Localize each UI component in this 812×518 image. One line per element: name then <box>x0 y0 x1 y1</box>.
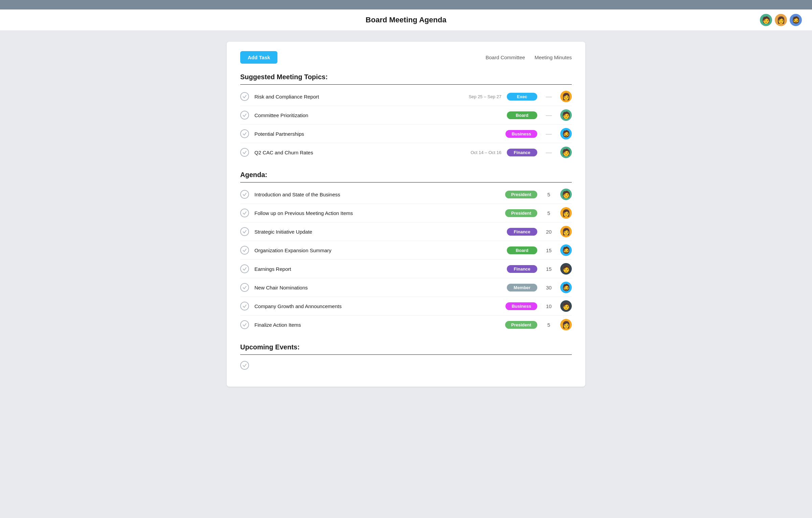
task-tag: President <box>505 209 537 217</box>
check-icon-a8[interactable] <box>240 320 249 329</box>
avatar-3: 🧔 <box>789 13 803 27</box>
task-duration: 20 <box>543 229 555 235</box>
check-icon-a3[interactable] <box>240 227 249 236</box>
task-name: Earnings Report <box>254 266 501 272</box>
task-name: Potential Partnerships <box>254 131 447 137</box>
task-duration: 15 <box>543 266 555 272</box>
agenda-section: Agenda: Introduction and State of the Bu… <box>240 171 572 334</box>
task-name: Introduction and State of the Business <box>254 192 500 197</box>
task-tag: Finance <box>507 149 537 156</box>
task-date: Sep 25 – Sep 27 <box>454 94 501 99</box>
task-duration: 15 <box>543 247 555 253</box>
suggested-title: Suggested Meeting Topics: <box>240 73 572 81</box>
header-avatars: 🧑 👩 🧔 <box>759 13 803 27</box>
upcoming-section: Upcoming Events: <box>240 343 572 373</box>
table-row: New Chair Nominations Member 30 🧔 <box>240 278 572 297</box>
task-name: Follow up on Previous Meeting Action Ite… <box>254 210 500 216</box>
table-row: Introduction and State of the Business P… <box>240 185 572 204</box>
check-icon-a1[interactable] <box>240 190 249 199</box>
upcoming-divider <box>240 354 572 355</box>
task-duration: 10 <box>543 303 555 309</box>
task-name: Q2 CAC and Churn Rates <box>254 150 449 155</box>
check-icon-3[interactable] <box>240 129 249 138</box>
task-date: Oct 14 – Oct 16 <box>454 150 501 155</box>
task-duration: 5 <box>543 210 555 216</box>
main-content: Add Task Board Committee Meeting Minutes… <box>227 42 585 387</box>
avatar: 👩 <box>560 207 572 219</box>
check-icon-1[interactable] <box>240 92 249 101</box>
task-tag: President <box>505 321 537 329</box>
avatar-2: 👩 <box>774 13 788 27</box>
toolbar-links: Board Committee Meeting Minutes <box>486 55 572 60</box>
suggested-section: Suggested Meeting Topics: Risk and Compl… <box>240 73 572 161</box>
avatar: 🧑 <box>560 263 572 275</box>
task-name: Committee Prioritization <box>254 112 449 118</box>
task-name: Organization Expansion Summary <box>254 247 501 253</box>
table-row: Committee Prioritization Board — 🧑 <box>240 106 572 125</box>
task-name: Finalize Action Items <box>254 322 500 328</box>
check-icon-a4[interactable] <box>240 246 249 255</box>
task-tag: Board <box>507 246 537 254</box>
avatar: 🧔 <box>560 244 572 256</box>
task-name: New Chair Nominations <box>254 285 501 290</box>
meeting-minutes-link[interactable]: Meeting Minutes <box>535 55 572 60</box>
avatar: 🧔 <box>560 128 572 139</box>
avatar: 🧔 <box>560 282 572 293</box>
table-row: Finalize Action Items President 5 👩 <box>240 316 572 334</box>
task-tag: Finance <box>507 265 537 273</box>
task-name: Company Growth and Announcements <box>254 303 500 309</box>
table-row: Q2 CAC and Churn Rates Oct 14 – Oct 16 F… <box>240 143 572 161</box>
task-name: Risk and Compliance Report <box>254 94 449 100</box>
top-bar <box>0 0 812 9</box>
toolbar: Add Task Board Committee Meeting Minutes <box>240 51 572 64</box>
task-tag: Finance <box>507 228 537 236</box>
avatar: 🧑 <box>560 147 572 158</box>
add-task-button[interactable]: Add Task <box>240 51 277 64</box>
task-duration: 5 <box>543 192 555 197</box>
task-duration: — <box>543 130 555 137</box>
check-icon-a6[interactable] <box>240 283 249 292</box>
task-duration: — <box>543 112 555 119</box>
table-row <box>240 358 572 373</box>
avatar: 👩 <box>560 91 572 102</box>
task-duration: 5 <box>543 322 555 328</box>
task-name: Strategic Initiative Update <box>254 229 501 235</box>
avatar: 🧑 <box>560 109 572 121</box>
task-tag: Business <box>505 130 537 138</box>
task-tag: Board <box>507 111 537 119</box>
task-tag: President <box>505 191 537 198</box>
task-tag: Member <box>507 284 537 292</box>
table-row: Potential Partnerships Business — 🧔 <box>240 125 572 143</box>
agenda-title: Agenda: <box>240 171 572 179</box>
check-icon-a7[interactable] <box>240 302 249 310</box>
table-row: Organization Expansion Summary Board 15 … <box>240 241 572 260</box>
table-row: Follow up on Previous Meeting Action Ite… <box>240 204 572 222</box>
table-row: Risk and Compliance Report Sep 25 – Sep … <box>240 87 572 106</box>
avatar: 👩 <box>560 226 572 237</box>
table-row: Company Growth and Announcements Busines… <box>240 297 572 316</box>
task-duration: — <box>543 149 555 156</box>
table-row: Strategic Initiative Update Finance 20 👩 <box>240 222 572 241</box>
avatar: 🧑 <box>560 189 572 200</box>
task-tag: Exec <box>507 93 537 101</box>
suggested-divider <box>240 84 572 85</box>
check-icon-2[interactable] <box>240 111 249 120</box>
header: Board Meeting Agenda 🧑 👩 🧔 <box>0 9 812 31</box>
task-duration: — <box>543 93 555 100</box>
check-icon-4[interactable] <box>240 148 249 157</box>
task-tag: Business <box>505 302 537 310</box>
table-row: Earnings Report Finance 15 🧑 <box>240 260 572 278</box>
check-icon-a5[interactable] <box>240 264 249 273</box>
check-icon-u1[interactable] <box>240 361 249 370</box>
task-duration: 30 <box>543 285 555 290</box>
board-committee-link[interactable]: Board Committee <box>486 55 525 60</box>
avatar-1: 🧑 <box>759 13 773 27</box>
agenda-divider <box>240 182 572 182</box>
check-icon-a2[interactable] <box>240 209 249 217</box>
avatar: 👩 <box>560 319 572 330</box>
avatar: 🧑 <box>560 300 572 312</box>
upcoming-title: Upcoming Events: <box>240 343 572 351</box>
page-title: Board Meeting Agenda <box>366 16 447 24</box>
